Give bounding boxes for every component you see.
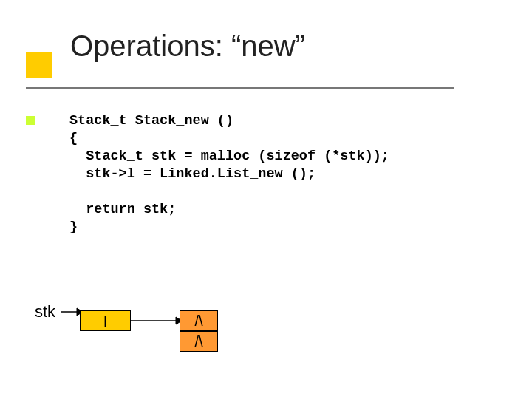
code-block: Stack_t Stack_new () { Stack_t stk = mal… [69, 112, 389, 236]
box-l: l [80, 310, 131, 331]
code-line: return stk; [69, 202, 176, 217]
code-line: Stack_t stk = malloc (sizeof (*stk)); [69, 149, 389, 164]
title-underline [26, 87, 454, 89]
box-null-bottom: /\ [180, 331, 218, 352]
arrow-icon [131, 315, 182, 327]
stk-label: stk [35, 302, 55, 321]
code-line: { [69, 131, 78, 146]
code-line: } [69, 219, 78, 235]
code-line: stk->l = Linked.List_new (); [69, 166, 316, 182]
title-bullet-square [26, 52, 52, 78]
slide-title: Operations: “new” [70, 30, 305, 63]
body-bullet-square [26, 116, 35, 125]
code-line: Stack_t Stack_new () [69, 113, 233, 129]
box-null-top: /\ [180, 310, 218, 331]
